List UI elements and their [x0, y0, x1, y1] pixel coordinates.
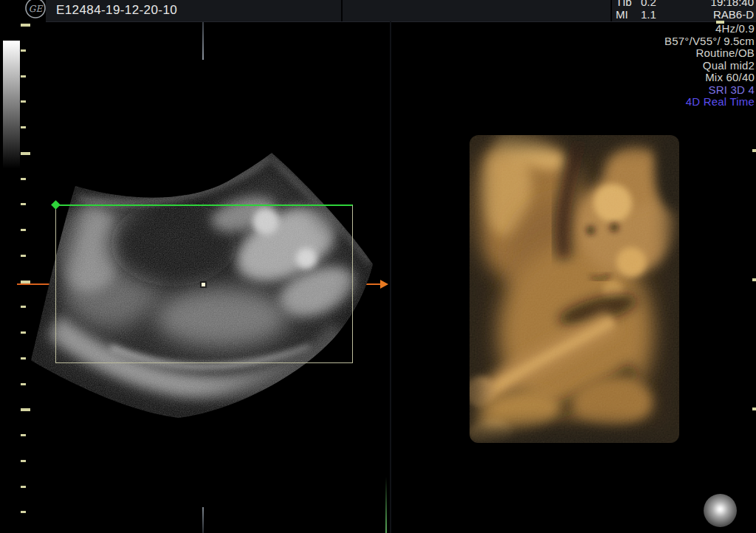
ultrasound-screen: GE E12484-19-12-20-10 TIb 0.2 19:18:40 M…: [0, 0, 756, 533]
roi-center-marker: [202, 283, 205, 286]
roi-box[interactable]: [55, 204, 353, 363]
render-3d-image: [391, 0, 756, 533]
